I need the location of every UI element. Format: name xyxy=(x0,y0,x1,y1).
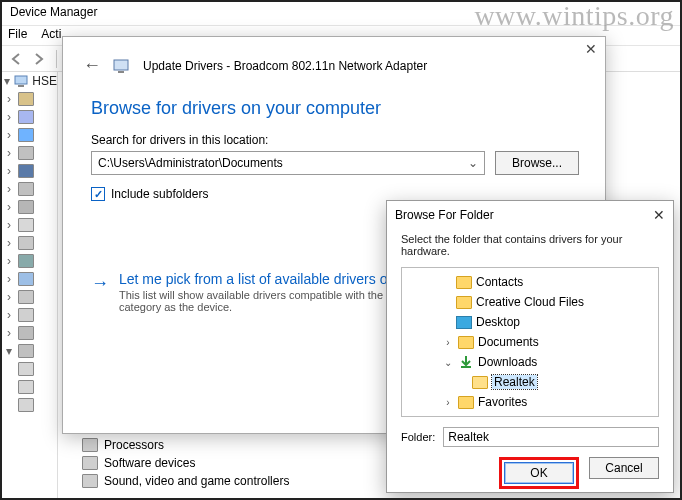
browse-for-folder-title: Browse For Folder xyxy=(395,208,494,222)
include-subfolders-checkbox[interactable]: ✓ Include subfolders xyxy=(91,187,579,201)
folder-name-value: Realtek xyxy=(448,430,489,444)
menu-file[interactable]: File xyxy=(8,27,27,44)
back-icon[interactable] xyxy=(8,50,26,68)
close-icon[interactable]: ✕ xyxy=(653,207,665,223)
tree-item-contacts[interactable]: Contacts xyxy=(404,272,656,292)
tree-item-downloads[interactable]: ⌄ Downloads xyxy=(404,352,656,372)
ok-button[interactable]: OK xyxy=(504,462,574,484)
driver-icon xyxy=(113,58,131,74)
arrow-right-icon: → xyxy=(91,273,109,313)
folder-label: Folder: xyxy=(401,431,435,443)
menu-actions[interactable]: Acti xyxy=(41,27,61,44)
section-title: Browse for drivers on your computer xyxy=(63,82,605,129)
checkbox-checked-icon: ✓ xyxy=(91,187,105,201)
chevron-right-icon[interactable]: › xyxy=(442,397,454,408)
browse-button[interactable]: Browse... xyxy=(495,151,579,175)
window-title: Device Manager xyxy=(2,2,680,26)
search-location-value: C:\Users\Administrator\Documents xyxy=(98,156,283,170)
sound-icon xyxy=(82,474,98,488)
search-location-label: Search for drivers in this location: xyxy=(91,133,579,147)
chevron-right-icon[interactable]: › xyxy=(442,337,454,348)
cancel-button[interactable]: Cancel xyxy=(589,457,659,479)
device-tree-panel: ▾ HSE › › › › › › › › › › › › › › ▾ · · … xyxy=(2,72,58,498)
folder-icon xyxy=(458,396,474,409)
tree-item-creative-cloud[interactable]: Creative Cloud Files xyxy=(404,292,656,312)
chevron-down-icon[interactable]: ⌄ xyxy=(442,357,454,368)
browse-for-folder-message: Select the folder that contains drivers … xyxy=(387,229,673,267)
folder-tree[interactable]: Contacts Creative Cloud Files Desktop › … xyxy=(401,267,659,417)
tree-root-label: HSE xyxy=(32,74,57,88)
desktop-icon xyxy=(456,316,472,329)
back-arrow-icon[interactable]: ← xyxy=(83,55,101,76)
processor-icon xyxy=(82,438,98,452)
tree-item-selected-label: Realtek xyxy=(492,375,537,389)
dialog-title: Update Drivers - Broadcom 802.11n Networ… xyxy=(143,59,427,73)
software-icon xyxy=(82,456,98,470)
chevron-down-icon: ▾ xyxy=(4,74,10,88)
include-subfolders-label: Include subfolders xyxy=(111,187,208,201)
chevron-down-icon[interactable]: ⌄ xyxy=(468,156,478,170)
folder-icon xyxy=(458,336,474,349)
tree-item-desktop[interactable]: Desktop xyxy=(404,312,656,332)
svg-rect-4 xyxy=(114,60,128,70)
forward-icon[interactable] xyxy=(30,50,48,68)
browse-for-folder-dialog: Browse For Folder ✕ Select the folder th… xyxy=(386,200,674,493)
folder-icon xyxy=(456,296,472,309)
folder-open-icon xyxy=(472,376,488,389)
tree-root[interactable]: ▾ HSE xyxy=(2,72,57,90)
ok-button-highlight: OK xyxy=(499,457,579,489)
svg-rect-3 xyxy=(18,85,24,87)
svg-rect-2 xyxy=(15,76,27,84)
tree-item-favorites[interactable]: › Favorites xyxy=(404,392,656,412)
downloads-icon xyxy=(458,356,474,369)
computer-icon xyxy=(14,74,28,88)
close-icon[interactable]: ✕ xyxy=(585,41,597,57)
folder-name-input[interactable]: Realtek xyxy=(443,427,659,447)
search-location-combobox[interactable]: C:\Users\Administrator\Documents ⌄ xyxy=(91,151,485,175)
tree-item-documents[interactable]: › Documents xyxy=(404,332,656,352)
folder-icon xyxy=(456,276,472,289)
tree-item-realtek[interactable]: Realtek xyxy=(404,372,656,392)
svg-rect-5 xyxy=(118,71,124,73)
